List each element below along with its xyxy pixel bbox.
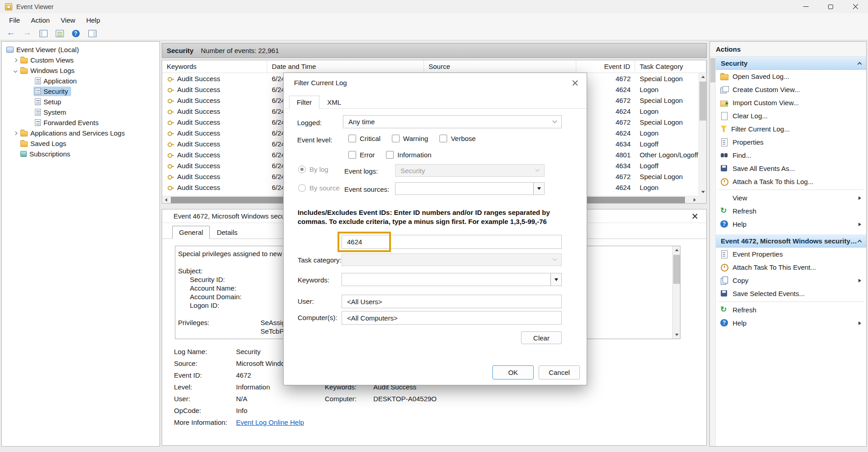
action-refresh[interactable]: Refresh xyxy=(716,204,866,218)
forward-arrow-button[interactable] xyxy=(21,28,33,39)
action-save-all-events-as[interactable]: Save All Events As... xyxy=(716,162,866,175)
show-console-tree-button[interactable] xyxy=(37,28,49,39)
action-import-custom-view[interactable]: Import Custom View... xyxy=(716,96,866,109)
actions-scrollbar-thumb[interactable] xyxy=(710,58,715,83)
action-attach-task-to-this-event[interactable]: Attach Task To This Event... xyxy=(716,261,866,274)
tree-item-subscriptions[interactable]: Subscriptions xyxy=(2,149,159,159)
action-open-saved-log[interactable]: Open Saved Log... xyxy=(716,70,866,83)
actions-scrollbar[interactable] xyxy=(710,57,716,446)
ok-button[interactable]: OK xyxy=(492,365,534,379)
detail-tab-details[interactable]: Details xyxy=(210,226,244,239)
user-input[interactable] xyxy=(342,295,562,308)
checkbox-critical[interactable]: Critical xyxy=(348,135,381,142)
tree-item-label: Windows Logs xyxy=(30,67,75,74)
help-button[interactable] xyxy=(70,28,82,39)
description-scrollbar[interactable] xyxy=(672,246,680,339)
collapse-section-icon[interactable] xyxy=(858,239,862,244)
action-help[interactable]: Help xyxy=(716,218,866,231)
maximize-button[interactable] xyxy=(818,0,843,13)
chevron-down-icon[interactable] xyxy=(12,67,19,74)
scroll-down-button[interactable] xyxy=(673,331,680,339)
tree-item-event-viewer-local[interactable]: Event Viewer (Local) xyxy=(2,44,159,55)
detail-field-value: 4672 xyxy=(236,371,251,379)
computers-label: Computer(s): xyxy=(298,314,338,321)
tree-item-windows-logs[interactable]: Windows Logs xyxy=(2,65,159,76)
detail-close-icon[interactable] xyxy=(692,213,698,219)
scroll-left-button[interactable] xyxy=(162,196,170,204)
checkbox-warning[interactable]: Warning xyxy=(392,135,428,142)
checkbox-verbose[interactable]: Verbose xyxy=(439,135,476,142)
vertical-scrollbar-thumb[interactable] xyxy=(673,255,680,284)
column-header-date-and-time[interactable]: Date and Time xyxy=(267,60,424,73)
event-list-vertical-scrollbar[interactable] xyxy=(699,73,706,196)
event-sources-combobox[interactable] xyxy=(395,182,545,195)
collapse-section-icon[interactable] xyxy=(858,62,862,66)
tree-item-application[interactable]: Application xyxy=(2,76,159,86)
tree-item-applications-and-services-logs[interactable]: Applications and Services Logs xyxy=(2,128,159,138)
dialog-tab-xml[interactable]: XML xyxy=(319,96,349,109)
detail-field-value: Information xyxy=(236,383,270,391)
scroll-up-button[interactable] xyxy=(699,73,707,81)
action-copy[interactable]: Copy xyxy=(716,274,866,287)
column-header-keywords[interactable]: Keywords xyxy=(162,60,267,73)
computers-input[interactable] xyxy=(342,311,562,325)
dialog-tab-filter[interactable]: Filter xyxy=(289,96,319,109)
event-log-online-help-link[interactable]: Event Log Online Help xyxy=(236,418,304,426)
dialog-close-icon[interactable] xyxy=(572,79,579,86)
tree-item-saved-logs[interactable]: Saved Logs xyxy=(2,138,159,149)
keywords-combobox[interactable] xyxy=(342,273,562,286)
detail-field-label: Source: xyxy=(174,360,236,367)
scroll-up-button[interactable] xyxy=(673,246,680,254)
detail-field-label: OpCode: xyxy=(174,407,236,414)
tree-item-custom-views[interactable]: Custom Views xyxy=(2,55,159,65)
checkbox-error[interactable]: Error xyxy=(348,151,375,159)
action-refresh[interactable]: Refresh xyxy=(716,303,866,316)
close-button[interactable] xyxy=(843,0,868,13)
export-list-button[interactable] xyxy=(53,28,66,39)
tree-item-forwarded-events[interactable]: Forwarded Events xyxy=(2,117,159,128)
action-filter-current-log[interactable]: Filter Current Log... xyxy=(716,122,866,136)
column-header-event-id[interactable]: Event ID xyxy=(576,60,635,73)
action-help[interactable]: Help xyxy=(716,316,866,330)
action-create-custom-view[interactable]: Create Custom View... xyxy=(716,83,866,96)
checkbox-information[interactable]: Information xyxy=(386,151,431,159)
action-event-properties[interactable]: Event Properties xyxy=(716,248,866,261)
actions-section-header-1[interactable]: Event 4672, Microsoft Windows security a… xyxy=(716,234,866,248)
by-source-radio[interactable]: By source xyxy=(298,184,340,192)
menu-item-view[interactable]: View xyxy=(55,15,81,26)
tree-item-security[interactable]: Security xyxy=(2,86,159,97)
action-view[interactable]: View xyxy=(716,191,866,204)
show-action-pane-button[interactable] xyxy=(86,28,98,39)
chevron-right-icon[interactable] xyxy=(12,57,19,64)
detail-field-value: DESKTOP-A04529O xyxy=(373,395,437,403)
cancel-button[interactable]: Cancel xyxy=(539,365,580,379)
back-arrow-button[interactable] xyxy=(5,28,17,39)
scroll-down-button[interactable] xyxy=(699,188,707,196)
clear-button[interactable]: Clear xyxy=(521,331,562,344)
detail-tab-general[interactable]: General xyxy=(172,226,210,239)
action-save-selected-events[interactable]: Save Selected Events... xyxy=(716,287,866,300)
dropdown-button[interactable] xyxy=(533,183,544,194)
column-header-source[interactable]: Source xyxy=(424,60,576,73)
action-clear-log[interactable]: Clear Log... xyxy=(716,109,866,122)
tree-item-system[interactable]: System xyxy=(2,107,159,117)
actions-section-header-0[interactable]: Security xyxy=(716,57,866,70)
log-icon xyxy=(35,98,41,105)
tree-item-setup[interactable]: Setup xyxy=(2,97,159,107)
menu-item-help[interactable]: Help xyxy=(81,15,106,26)
action-attach-a-task-to-this-log[interactable]: Attach a Task To this Log... xyxy=(716,175,866,188)
menu-item-action[interactable]: Action xyxy=(25,15,55,26)
chevron-right-icon[interactable] xyxy=(12,130,19,137)
menu-item-file[interactable]: File xyxy=(4,15,25,26)
dropdown-button[interactable] xyxy=(550,273,561,286)
logged-combobox[interactable]: Any time xyxy=(343,115,562,128)
minimize-button[interactable] xyxy=(793,0,818,13)
by-log-radio[interactable]: By log xyxy=(298,165,328,173)
column-header-task-category[interactable]: Task Category xyxy=(635,60,706,73)
action-find[interactable]: Find... xyxy=(716,149,866,162)
scroll-right-button[interactable] xyxy=(691,196,699,204)
vertical-scrollbar-thumb[interactable] xyxy=(699,82,706,121)
cell-task-category: Logon xyxy=(635,184,706,191)
action-properties[interactable]: Properties xyxy=(716,136,866,149)
event-ids-input[interactable] xyxy=(342,235,562,249)
